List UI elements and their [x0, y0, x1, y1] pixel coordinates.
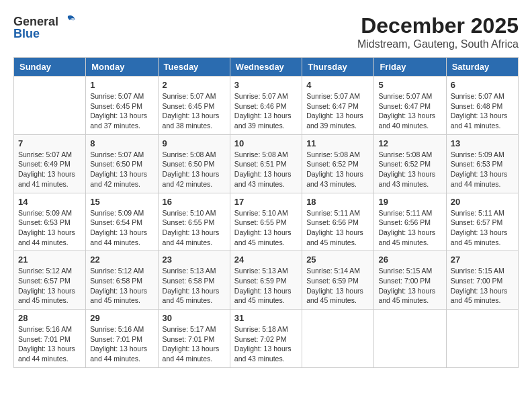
cell-info: Sunrise: 5:15 AMSunset: 7:00 PMDaylight:…	[451, 266, 514, 306]
calendar-cell: 6Sunrise: 5:07 AMSunset: 6:48 PMDaylight…	[446, 77, 518, 135]
day-number: 24	[234, 255, 298, 265]
calendar-weekday-thursday: Thursday	[302, 58, 374, 77]
cell-info: Sunrise: 5:07 AMSunset: 6:48 PMDaylight:…	[451, 91, 514, 131]
calendar-cell: 1Sunrise: 5:07 AMSunset: 6:45 PMDaylight…	[86, 77, 158, 135]
cell-info: Sunrise: 5:07 AMSunset: 6:46 PMDaylight:…	[234, 91, 298, 131]
calendar-cell: 12Sunrise: 5:08 AMSunset: 6:52 PMDayligh…	[374, 134, 446, 193]
calendar-week-row: 21Sunrise: 5:12 AMSunset: 6:57 PMDayligh…	[14, 251, 519, 310]
cell-info: Sunrise: 5:07 AMSunset: 6:47 PMDaylight:…	[306, 91, 369, 131]
calendar-cell: 11Sunrise: 5:08 AMSunset: 6:52 PMDayligh…	[302, 134, 374, 193]
calendar-cell	[446, 310, 518, 368]
calendar-cell: 14Sunrise: 5:09 AMSunset: 6:53 PMDayligh…	[14, 193, 86, 251]
calendar-cell: 16Sunrise: 5:10 AMSunset: 6:55 PMDayligh…	[158, 193, 230, 251]
calendar-weekday-wednesday: Wednesday	[230, 58, 302, 77]
day-number: 19	[378, 197, 441, 207]
calendar-cell: 29Sunrise: 5:16 AMSunset: 7:01 PMDayligh…	[86, 310, 158, 368]
day-number: 25	[306, 255, 369, 265]
calendar-cell: 20Sunrise: 5:11 AMSunset: 6:57 PMDayligh…	[446, 193, 518, 251]
cell-info: Sunrise: 5:16 AMSunset: 7:01 PMDaylight:…	[90, 324, 153, 364]
cell-info: Sunrise: 5:10 AMSunset: 6:55 PMDaylight:…	[163, 208, 226, 248]
calendar-cell: 19Sunrise: 5:11 AMSunset: 6:56 PMDayligh…	[374, 193, 446, 251]
cell-info: Sunrise: 5:11 AMSunset: 6:57 PMDaylight:…	[451, 208, 514, 248]
cell-info: Sunrise: 5:11 AMSunset: 6:56 PMDaylight:…	[378, 208, 441, 248]
day-number: 21	[18, 255, 81, 265]
day-number: 4	[306, 80, 369, 90]
day-number: 15	[90, 197, 153, 207]
day-number: 23	[163, 255, 226, 265]
cell-info: Sunrise: 5:14 AMSunset: 6:59 PMDaylight:…	[306, 266, 369, 306]
day-number: 2	[163, 80, 226, 90]
cell-info: Sunrise: 5:07 AMSunset: 6:45 PMDaylight:…	[163, 91, 226, 131]
day-number: 30	[163, 313, 226, 323]
cell-info: Sunrise: 5:09 AMSunset: 6:53 PMDaylight:…	[18, 208, 81, 248]
cell-info: Sunrise: 5:07 AMSunset: 6:50 PMDaylight:…	[90, 150, 153, 189]
calendar-cell: 28Sunrise: 5:16 AMSunset: 7:01 PMDayligh…	[14, 310, 86, 368]
day-number: 6	[451, 80, 514, 90]
day-number: 27	[451, 255, 514, 265]
cell-info: Sunrise: 5:08 AMSunset: 6:52 PMDaylight:…	[378, 150, 441, 189]
day-number: 31	[234, 313, 298, 323]
day-number: 18	[306, 197, 369, 207]
calendar-cell: 9Sunrise: 5:08 AMSunset: 6:50 PMDaylight…	[158, 134, 230, 193]
calendar-weekday-sunday: Sunday	[14, 58, 86, 77]
calendar-cell: 23Sunrise: 5:13 AMSunset: 6:58 PMDayligh…	[158, 251, 230, 310]
day-number: 22	[90, 255, 153, 265]
day-number: 29	[90, 313, 153, 323]
cell-info: Sunrise: 5:08 AMSunset: 6:51 PMDaylight:…	[234, 150, 298, 189]
calendar-week-row: 7Sunrise: 5:07 AMSunset: 6:49 PMDaylight…	[14, 134, 519, 193]
cell-info: Sunrise: 5:12 AMSunset: 6:57 PMDaylight:…	[18, 266, 81, 306]
day-number: 14	[18, 197, 81, 207]
month-title: December 2025	[357, 13, 519, 38]
day-number: 16	[163, 197, 226, 207]
calendar-cell	[14, 77, 86, 135]
cell-info: Sunrise: 5:09 AMSunset: 6:53 PMDaylight:…	[451, 150, 514, 189]
calendar-cell: 21Sunrise: 5:12 AMSunset: 6:57 PMDayligh…	[14, 251, 86, 310]
day-number: 17	[234, 197, 298, 207]
calendar-cell: 5Sunrise: 5:07 AMSunset: 6:47 PMDaylight…	[374, 77, 446, 135]
calendar-weekday-saturday: Saturday	[446, 58, 518, 77]
day-number: 11	[306, 138, 369, 148]
cell-info: Sunrise: 5:13 AMSunset: 6:59 PMDaylight:…	[234, 266, 298, 306]
cell-info: Sunrise: 5:08 AMSunset: 6:52 PMDaylight:…	[306, 150, 369, 189]
calendar-week-row: 28Sunrise: 5:16 AMSunset: 7:01 PMDayligh…	[14, 310, 519, 368]
cell-info: Sunrise: 5:11 AMSunset: 6:56 PMDaylight:…	[306, 208, 369, 248]
cell-info: Sunrise: 5:12 AMSunset: 6:58 PMDaylight:…	[90, 266, 153, 306]
calendar-weekday-friday: Friday	[374, 58, 446, 77]
calendar-cell	[302, 310, 374, 368]
day-number: 9	[163, 138, 226, 148]
calendar-cell: 18Sunrise: 5:11 AMSunset: 6:56 PMDayligh…	[302, 193, 374, 251]
calendar-cell: 8Sunrise: 5:07 AMSunset: 6:50 PMDaylight…	[86, 134, 158, 193]
day-number: 20	[451, 197, 514, 207]
calendar-cell: 7Sunrise: 5:07 AMSunset: 6:49 PMDaylight…	[14, 134, 86, 193]
day-number: 1	[90, 80, 153, 90]
calendar-cell	[374, 310, 446, 368]
logo: General Blue	[13, 13, 76, 41]
calendar-cell: 3Sunrise: 5:07 AMSunset: 6:46 PMDaylight…	[230, 77, 302, 135]
calendar-cell: 24Sunrise: 5:13 AMSunset: 6:59 PMDayligh…	[230, 251, 302, 310]
day-number: 3	[234, 80, 298, 90]
calendar-weekday-tuesday: Tuesday	[158, 58, 230, 77]
cell-info: Sunrise: 5:09 AMSunset: 6:54 PMDaylight:…	[90, 208, 153, 248]
calendar-cell: 25Sunrise: 5:14 AMSunset: 6:59 PMDayligh…	[302, 251, 374, 310]
cell-info: Sunrise: 5:08 AMSunset: 6:50 PMDaylight:…	[163, 150, 226, 189]
day-number: 12	[378, 138, 441, 148]
calendar-cell: 4Sunrise: 5:07 AMSunset: 6:47 PMDaylight…	[302, 77, 374, 135]
cell-info: Sunrise: 5:07 AMSunset: 6:45 PMDaylight:…	[90, 91, 153, 131]
calendar-cell: 13Sunrise: 5:09 AMSunset: 6:53 PMDayligh…	[446, 134, 518, 193]
cell-info: Sunrise: 5:18 AMSunset: 7:02 PMDaylight:…	[234, 324, 298, 364]
day-number: 8	[90, 138, 153, 148]
day-number: 5	[378, 80, 441, 90]
calendar-cell: 15Sunrise: 5:09 AMSunset: 6:54 PMDayligh…	[86, 193, 158, 251]
calendar-table: SundayMondayTuesdayWednesdayThursdayFrid…	[13, 57, 519, 368]
calendar-week-row: 1Sunrise: 5:07 AMSunset: 6:45 PMDaylight…	[14, 77, 519, 135]
day-number: 26	[378, 255, 441, 265]
calendar-weekday-monday: Monday	[86, 58, 158, 77]
cell-info: Sunrise: 5:07 AMSunset: 6:47 PMDaylight:…	[378, 91, 441, 131]
calendar-cell: 31Sunrise: 5:18 AMSunset: 7:02 PMDayligh…	[230, 310, 302, 368]
calendar-cell: 26Sunrise: 5:15 AMSunset: 7:00 PMDayligh…	[374, 251, 446, 310]
cell-info: Sunrise: 5:10 AMSunset: 6:55 PMDaylight:…	[234, 208, 298, 248]
cell-info: Sunrise: 5:13 AMSunset: 6:58 PMDaylight:…	[163, 266, 226, 306]
calendar-cell: 17Sunrise: 5:10 AMSunset: 6:55 PMDayligh…	[230, 193, 302, 251]
calendar-week-row: 14Sunrise: 5:09 AMSunset: 6:53 PMDayligh…	[14, 193, 519, 251]
calendar-header-row: SundayMondayTuesdayWednesdayThursdayFrid…	[14, 58, 519, 77]
